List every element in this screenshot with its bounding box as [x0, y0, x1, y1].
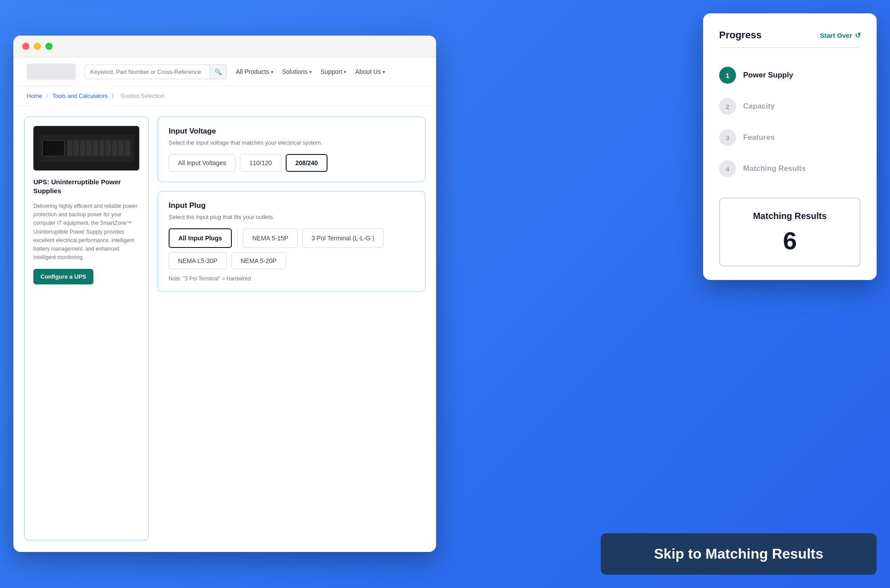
step-3-circle: 3: [719, 129, 736, 146]
input-plug-subtitle: Select the input plug that fits your out…: [169, 214, 414, 220]
plug-note: Note: "3 Pol Terminal" = Hardwired: [169, 276, 414, 282]
start-over-label: Start Over: [820, 32, 852, 39]
input-voltage-title: Input Voltage: [169, 127, 414, 136]
input-plug-title: Input Plug: [169, 201, 414, 210]
selector-panel: Input Voltage Select the input voltage t…: [158, 117, 425, 540]
progress-title: Progress: [719, 29, 761, 41]
plug-option-nemal530p[interactable]: NEMA L5-30P: [169, 252, 227, 269]
nav-link-support[interactable]: Support ▾: [320, 68, 346, 75]
ups-screen: [42, 140, 65, 156]
ups-vent: [67, 140, 73, 156]
matching-results-box: Matching Results 6: [719, 198, 861, 267]
product-image: [33, 126, 139, 170]
ups-vent: [93, 140, 98, 156]
breadcrumb-separator: /: [46, 93, 49, 99]
breadcrumb-current: Guided Selection: [121, 93, 165, 99]
search-icon: 🔍: [214, 69, 222, 75]
nav-label-about-us: About Us: [355, 68, 381, 75]
nav-bar: 🔍 All Products ▾ Solutions ▾ Support ▾ A…: [13, 57, 436, 86]
step-3: 3 Features: [719, 122, 861, 153]
traffic-light-green[interactable]: [45, 43, 53, 50]
traffic-light-red[interactable]: [22, 43, 29, 50]
step-4: 4 Matching Results: [719, 153, 861, 184]
input-plug-card: Input Plug Select the input plug that fi…: [158, 191, 425, 292]
plug-divider: [237, 228, 238, 248]
step-1-circle: 1: [719, 67, 736, 84]
search-container[interactable]: 🔍: [85, 65, 227, 79]
ups-vent: [86, 140, 92, 156]
step-3-label: Features: [743, 133, 775, 142]
step-2-circle: 2: [719, 98, 736, 115]
chevron-down-icon: ▾: [344, 69, 346, 74]
progress-header: Progress Start Over ↺: [719, 29, 861, 48]
step-4-label: Matching Results: [743, 164, 806, 173]
input-voltage-card: Input Voltage Select the input voltage t…: [158, 117, 425, 182]
ups-vent: [73, 140, 79, 156]
step-2-label: Capacity: [743, 102, 775, 111]
matching-results-label: Matching Results: [736, 211, 844, 221]
main-content: UPS: Uninterruptible Power Supplies Deli…: [13, 106, 436, 551]
plug-option-nema520p[interactable]: NEMA 5-20P: [231, 252, 286, 269]
breadcrumb-tools[interactable]: Tools and Calculators: [53, 93, 108, 99]
search-input[interactable]: [85, 65, 210, 79]
nav-links: All Products ▾ Solutions ▾ Support ▾ Abo…: [236, 68, 385, 75]
step-4-circle: 4: [719, 160, 736, 177]
start-over-button[interactable]: Start Over ↺: [820, 31, 861, 40]
skip-banner[interactable]: Skip to Matching Results: [601, 533, 877, 575]
ups-vent: [80, 140, 85, 156]
browser-window: 🔍 All Products ▾ Solutions ▾ Support ▾ A…: [13, 36, 436, 552]
product-description: Delivering highly efficient and reliable…: [33, 202, 139, 262]
nav-link-about-us[interactable]: About Us ▾: [355, 68, 385, 75]
plug-option-all[interactable]: All Input Plugs: [169, 228, 232, 248]
plug-option-3pol[interactable]: 3 Pol Terminal (L-L-G ): [302, 228, 384, 248]
nav-link-solutions[interactable]: Solutions ▾: [282, 68, 312, 75]
chevron-down-icon: ▾: [383, 69, 385, 74]
breadcrumb: Home / Tools and Calculators / Guided Se…: [13, 86, 436, 106]
voltage-option-all[interactable]: All Input Voltages: [169, 154, 235, 172]
matching-results-count: 6: [736, 228, 844, 253]
step-1-label: Power Supply: [743, 71, 793, 80]
nav-label-all-products: All Products: [236, 68, 269, 75]
steps-list: 1 Power Supply 2 Capacity 3 Features 4 M…: [719, 51, 861, 193]
plug-options-row1: All Input Plugs NEMA 5-15P 3 Pol Termina…: [169, 228, 414, 248]
nav-link-all-products[interactable]: All Products ▾: [236, 68, 273, 75]
chevron-down-icon: ▾: [271, 69, 273, 74]
ups-vents: [67, 140, 130, 156]
skip-banner-text: Skip to Matching Results: [654, 546, 823, 562]
product-title: UPS: Uninterruptible Power Supplies: [33, 178, 139, 195]
breadcrumb-home[interactable]: Home: [27, 93, 42, 99]
plug-options-row2: NEMA L5-30P NEMA 5-20P: [169, 252, 414, 269]
nav-label-support: Support: [320, 68, 342, 75]
search-button[interactable]: 🔍: [210, 65, 227, 79]
step-1: 1 Power Supply: [719, 60, 861, 91]
voltage-option-110[interactable]: 110/120: [240, 154, 281, 172]
ups-vent: [112, 140, 117, 156]
ups-device: [39, 135, 134, 162]
breadcrumb-separator: /: [112, 93, 115, 99]
logo: [27, 64, 76, 80]
ups-vent: [118, 140, 124, 156]
browser-chrome: [13, 36, 436, 57]
input-voltage-subtitle: Select the input voltage that matches yo…: [169, 139, 414, 146]
refresh-icon: ↺: [855, 31, 861, 40]
voltage-option-208[interactable]: 208/240: [286, 154, 328, 172]
voltage-options: All Input Voltages 110/120 208/240: [169, 154, 414, 172]
chevron-down-icon: ▾: [309, 69, 312, 74]
ups-vent: [105, 140, 111, 156]
product-panel: UPS: Uninterruptible Power Supplies Deli…: [24, 117, 149, 540]
configure-ups-button[interactable]: Configure a UPS: [33, 269, 93, 284]
progress-panel: Progress Start Over ↺ 1 Power Supply 2 C…: [703, 13, 877, 280]
nav-label-solutions: Solutions: [282, 68, 308, 75]
plug-option-nema515p[interactable]: NEMA 5-15P: [243, 228, 298, 248]
ups-vent: [125, 140, 130, 156]
ups-vent: [99, 140, 105, 156]
traffic-light-yellow[interactable]: [34, 43, 41, 50]
step-2: 2 Capacity: [719, 91, 861, 122]
